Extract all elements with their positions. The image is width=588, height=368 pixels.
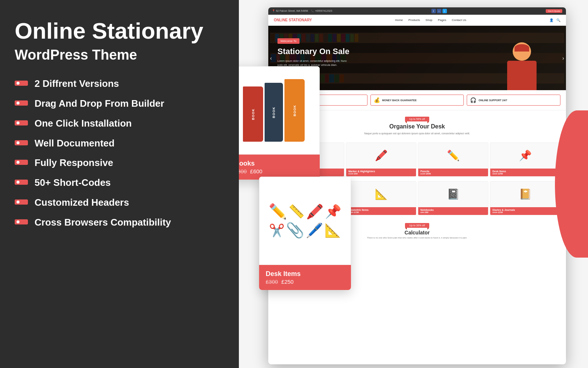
bullet-icon <box>15 100 28 106</box>
desk-price: £520 £250 <box>492 173 558 175</box>
feature-text: 50+ Short-Codes <box>35 177 111 189</box>
geometric-image: 📐 <box>346 181 416 207</box>
welcome-badge: Welcome To <box>277 38 300 44</box>
notebooks-label: Notebooks £80 £60 <box>418 207 488 215</box>
pencils-label: Pencils £120 £600 <box>418 169 488 176</box>
nav-shop[interactable]: Shop <box>426 18 433 22</box>
nav-contact[interactable]: Contact Us <box>452 18 466 22</box>
facebook-icon[interactable]: f <box>431 9 436 13</box>
feature-text: 2 Diffrent Versions <box>35 78 119 90</box>
topbar-social: f i t <box>431 9 447 13</box>
product-diaries: 📔 Diaries & Journals £320 £250 <box>490 181 560 215</box>
feature-versions: 2 Diffrent Versions <box>15 78 224 90</box>
user-icon[interactable]: 👤 <box>549 18 553 22</box>
nav-pages[interactable]: Pages <box>438 18 447 22</box>
desk-image: ✏️ 📏 🖍️ 📌 ✂️ 📎 🖊️ 📐 <box>259 177 351 265</box>
diaries-price: £320 £250 <box>492 211 558 213</box>
nav-bar: ONLINE STATIONARY Home Products Shop Pag… <box>268 15 566 26</box>
feature-docs: Well Documented <box>15 137 224 150</box>
get-quote-button[interactable]: Get A Quote <box>546 9 562 13</box>
bullet-icon <box>15 81 28 86</box>
logo-online: ONLINE <box>274 18 288 22</box>
card-desk-name: Desk Items <box>266 270 344 278</box>
diaries-new-price: £250 <box>498 211 503 213</box>
organise-desc: Naque porto a quisquam est qui dolorem i… <box>362 132 472 136</box>
hero-arrow-left[interactable]: ‹ <box>270 55 272 61</box>
nav-products[interactable]: Products <box>408 18 420 22</box>
nav-links: Home Products Shop Pages Contact Us <box>395 18 466 22</box>
logo-stationary: STATIONARY <box>289 18 312 22</box>
notebooks-image: 📓 <box>418 181 488 207</box>
feature-shortcodes: 50+ Short-Codes <box>15 177 224 189</box>
nav-home[interactable]: Home <box>395 18 403 22</box>
notebooks-new-price: £60 <box>425 211 429 213</box>
card-desk-new-price: £250 <box>282 279 294 285</box>
markers-new-price: £50 <box>354 173 358 175</box>
bullet-icon <box>15 120 28 125</box>
pencils-new-price: £600 <box>426 173 431 175</box>
main-title: Online Stationary <box>15 18 224 43</box>
desk-label: Desk Items £520 £250 <box>490 169 560 176</box>
pencils-name: Pencils <box>420 170 486 173</box>
topbar-address: 📍 62 Falcon Street, WA 54956 <box>272 10 308 12</box>
product-notebooks: 📓 Notebooks £80 £60 <box>418 181 488 215</box>
product-markers: 🖍️ Marker & Highlighters £120 £50 <box>346 142 416 177</box>
desk-old-price: £520 <box>492 173 497 175</box>
geometric-price: £220 £150 <box>348 211 414 213</box>
subtitle: WordPress Theme <box>15 47 224 63</box>
feature-support: 🎧 ONLINE SUPPORT 24/7 <box>467 95 560 106</box>
notebooks-old-price: £80 <box>420 211 424 213</box>
calculator-ribbon: Up to 30% off <box>405 223 429 228</box>
feature-money: 💰 MONEY BACK GUARANTEE <box>370 95 464 106</box>
card-books-price: £800 £600 <box>239 168 313 174</box>
left-panel: Online Stationary WordPress Theme 2 Diff… <box>0 0 239 368</box>
hero-arrow-right[interactable]: › <box>562 55 564 61</box>
organise-ribbon: Up to 50% off <box>405 117 429 121</box>
diaries-name: Diaries & Journals <box>492 209 558 211</box>
markers-old-price: £120 <box>348 173 353 175</box>
feature-cross: Cross Browsers Compatibility <box>15 216 224 229</box>
money-label: MONEY BACK GUARANTEE <box>382 99 417 102</box>
diaries-old-price: £320 <box>492 211 497 213</box>
twitter-icon[interactable]: t <box>442 9 447 13</box>
support-label: ONLINE SUPPORT 24/7 <box>478 99 507 102</box>
hero-person <box>500 29 544 90</box>
topbar-phone: 📞 +65597412323 <box>311 10 332 12</box>
geometric-name: Geometric Items <box>348 209 414 211</box>
notebooks-name: Notebooks <box>420 209 486 211</box>
hero-desc: Lorem ipsum dolor sit amet, consectetur … <box>277 59 351 67</box>
bullet-icon <box>15 180 28 185</box>
support-icon: 🎧 <box>470 97 476 103</box>
card-footer-books: Books £800 £600 <box>239 155 320 180</box>
right-panel: BOOK BOOK BOOK Books £800 £600 <box>239 0 588 368</box>
search-icon[interactable]: 🔍 <box>556 18 560 22</box>
social-icon-2[interactable]: i <box>437 9 441 13</box>
feature-text: Well Documented <box>35 137 115 150</box>
features-list: 2 Diffrent VersionsDrag And Drop From Bu… <box>15 78 224 229</box>
markers-image: 🖍️ <box>346 143 416 169</box>
geometric-label: Geometric Items £220 £150 <box>346 207 416 215</box>
feature-headers: Customized Headers <box>15 197 224 209</box>
nav-icons: 👤 🔍 <box>549 18 560 22</box>
feature-drag: Drag And Drop From Builder <box>15 98 224 110</box>
notebooks-price: £80 £60 <box>420 211 486 213</box>
desk-name: Desk Items <box>492 170 558 173</box>
feature-text: Drag And Drop From Builder <box>35 98 164 110</box>
feature-text: Customized Headers <box>35 197 129 209</box>
card-desk-old-price: £300 <box>266 279 278 285</box>
feature-install: One Click Installation <box>15 117 224 130</box>
markers-label: Marker & Highlighters £120 £50 <box>346 169 416 176</box>
product-desk: 📌 Desk Items £520 £250 <box>490 142 560 177</box>
nav-logo: ONLINE STATIONARY <box>274 18 312 22</box>
floating-card-desk: ✏️ 📏 🖍️ 📌 ✂️ 📎 🖊️ 📐 Desk Items £300 £250 <box>259 177 351 290</box>
website-topbar: 📍 62 Falcon Street, WA 54956 📞 +65597412… <box>268 7 566 15</box>
bullet-icon <box>15 140 28 145</box>
card-footer-desk: Desk Items £300 £250 <box>259 265 351 290</box>
feature-responsive: Fully Responsive <box>15 157 224 169</box>
books-image: BOOK BOOK BOOK <box>239 66 320 155</box>
geometric-new-price: £150 <box>354 211 359 213</box>
product-geometric: 📐 Geometric Items £220 £150 <box>346 181 416 215</box>
diaries-label: Diaries & Journals £320 £250 <box>490 207 560 215</box>
bullet-icon <box>15 219 28 224</box>
card-books-name: Books <box>239 160 313 167</box>
